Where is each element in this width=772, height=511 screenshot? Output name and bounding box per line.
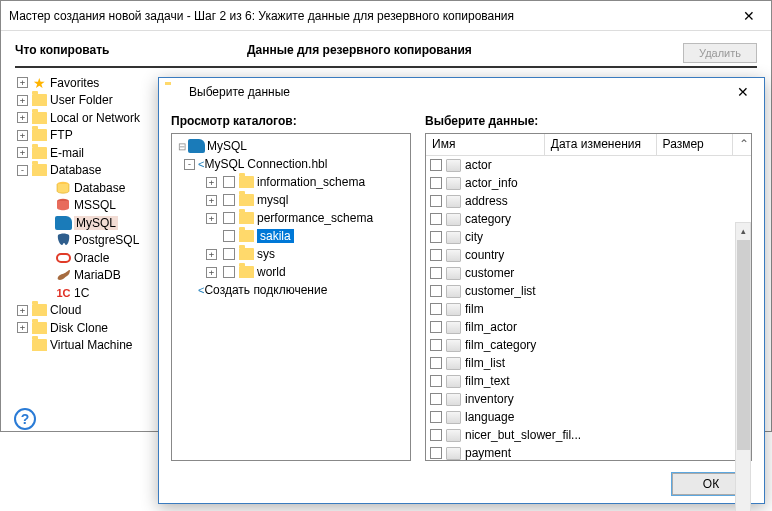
expander-icon[interactable]: + [206, 177, 217, 188]
checkbox[interactable] [223, 176, 235, 188]
expander-icon[interactable]: + [206, 249, 217, 260]
list-scrollbar[interactable]: ▴ ▾ [735, 222, 751, 511]
expander-icon[interactable] [41, 252, 52, 263]
checkbox[interactable] [430, 267, 442, 279]
catalog-db-mysql[interactable]: +mysql [174, 191, 408, 209]
item-name: category [465, 212, 511, 226]
item-name: payment [465, 446, 511, 460]
checkbox[interactable] [430, 213, 442, 225]
list-item[interactable]: payment [426, 444, 751, 460]
list-item[interactable]: film_text [426, 372, 751, 390]
list-item[interactable]: language [426, 408, 751, 426]
catalog-tree[interactable]: ⊟MySQL-< MySQL Connection.hbl+informatio… [171, 133, 411, 461]
checkbox[interactable] [223, 230, 235, 242]
list-item[interactable]: country [426, 246, 751, 264]
expander-icon[interactable]: + [17, 112, 28, 123]
checkbox[interactable] [430, 303, 442, 315]
wizard-close-button[interactable]: ✕ [735, 8, 763, 24]
catalog-root-label: MySQL [207, 139, 247, 153]
catalog-db-world[interactable]: +world [174, 263, 408, 281]
table-icon [446, 213, 461, 226]
expander-icon[interactable] [41, 217, 52, 228]
expander-icon[interactable] [41, 182, 52, 193]
checkbox[interactable] [430, 177, 442, 189]
expander-icon[interactable]: + [206, 267, 217, 278]
list-item[interactable]: actor [426, 156, 751, 174]
list-item[interactable]: inventory [426, 390, 751, 408]
list-item[interactable]: nicer_but_slower_fil... [426, 426, 751, 444]
expander-icon[interactable]: + [17, 322, 28, 333]
checkbox[interactable] [430, 159, 442, 171]
expander-icon[interactable]: + [206, 213, 217, 224]
tree-item-label: Database [74, 181, 125, 195]
list-item[interactable]: film [426, 300, 751, 318]
list-item[interactable]: film_actor [426, 318, 751, 336]
list-item[interactable]: film_category [426, 336, 751, 354]
expander-icon[interactable]: - [184, 159, 195, 170]
folder-icon [32, 112, 47, 124]
checkbox[interactable] [430, 231, 442, 243]
delete-button[interactable]: Удалить [683, 43, 757, 63]
expander-icon[interactable]: + [17, 305, 28, 316]
expander-icon[interactable] [17, 340, 28, 351]
list-item[interactable]: address [426, 192, 751, 210]
list-item[interactable]: customer_list [426, 282, 751, 300]
catalog-db-information_schema[interactable]: +information_schema [174, 173, 408, 191]
expander-icon[interactable]: + [17, 130, 28, 141]
list-item[interactable]: customer [426, 264, 751, 282]
expander-icon[interactable]: + [17, 95, 28, 106]
checkbox[interactable] [430, 357, 442, 369]
checkbox[interactable] [430, 249, 442, 261]
expander-icon[interactable] [41, 270, 52, 281]
catalog-db-performance_schema[interactable]: +performance_schema [174, 209, 408, 227]
col-scroll-up[interactable]: ⌃ [733, 134, 751, 155]
checkbox[interactable] [223, 212, 235, 224]
item-name: language [465, 410, 514, 424]
col-date[interactable]: Дата изменения [545, 134, 657, 155]
checkbox[interactable] [223, 194, 235, 206]
item-name: actor [465, 158, 492, 172]
oracle-icon [56, 251, 71, 265]
checkbox[interactable] [430, 393, 442, 405]
checkbox[interactable] [223, 248, 235, 260]
scroll-thumb[interactable] [737, 240, 750, 450]
expander-icon[interactable]: - [17, 165, 28, 176]
expander-icon[interactable] [206, 231, 217, 242]
item-name: country [465, 248, 504, 262]
catalog-root[interactable]: ⊟MySQL [174, 137, 408, 155]
expander-icon[interactable] [41, 287, 52, 298]
folder-icon [239, 212, 254, 224]
expander-icon[interactable]: + [206, 195, 217, 206]
checkbox[interactable] [430, 411, 442, 423]
table-icon [446, 285, 461, 298]
list-item[interactable]: film_list [426, 354, 751, 372]
checkbox[interactable] [430, 375, 442, 387]
checkbox[interactable] [430, 285, 442, 297]
expander-icon[interactable] [41, 235, 52, 246]
checkbox[interactable] [430, 429, 442, 441]
list-item[interactable]: actor_info [426, 174, 751, 192]
checkbox[interactable] [430, 339, 442, 351]
items-list[interactable]: Имя Дата изменения Размер ⌃ actoractor_i… [425, 133, 752, 461]
checkbox[interactable] [430, 321, 442, 333]
catalog-create-connection[interactable]: < Создать подключение [174, 281, 408, 299]
expander-icon[interactable]: + [17, 77, 28, 88]
folder-icon [32, 129, 47, 141]
list-item[interactable]: category [426, 210, 751, 228]
tree-item-label: MySQL [74, 216, 118, 230]
checkbox[interactable] [223, 266, 235, 278]
scroll-up-icon[interactable]: ▴ [736, 223, 750, 239]
catalog-db-sys[interactable]: +sys [174, 245, 408, 263]
catalog-db-sakila[interactable]: sakila [174, 227, 408, 245]
catalog-connection[interactable]: -< MySQL Connection.hbl [174, 155, 408, 173]
expander-icon[interactable]: + [17, 147, 28, 158]
help-button[interactable]: ? [14, 408, 36, 430]
col-name[interactable]: Имя [426, 134, 545, 155]
list-item[interactable]: city [426, 228, 751, 246]
dialog-close-button[interactable]: ✕ [728, 84, 758, 100]
columns-header: Что копировать Данные для резервного коп… [15, 43, 757, 68]
checkbox[interactable] [430, 195, 442, 207]
expander-icon[interactable] [41, 200, 52, 211]
col-size[interactable]: Размер [657, 134, 733, 155]
checkbox[interactable] [430, 447, 442, 459]
